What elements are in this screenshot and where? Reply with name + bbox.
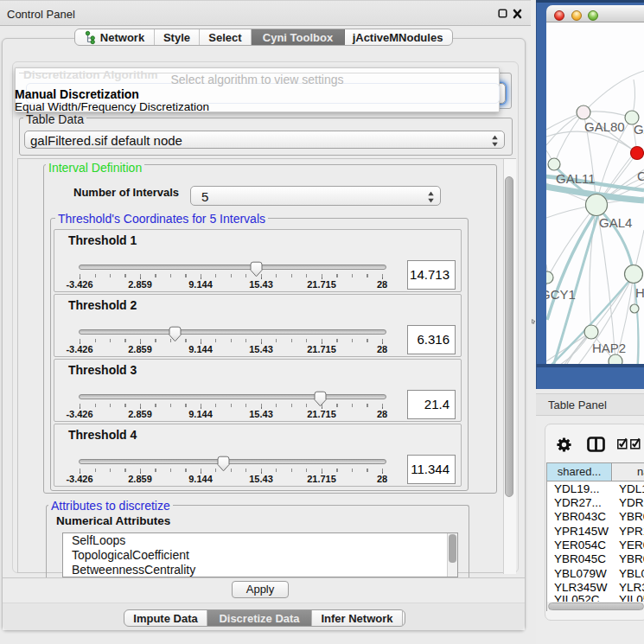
svg-text:HAP2: HAP2 bbox=[592, 341, 626, 355]
svg-text:GAL4: GAL4 bbox=[599, 215, 632, 230]
svg-text:GAL11: GAL11 bbox=[556, 171, 596, 186]
svg-text:GCY1: GCY1 bbox=[546, 287, 576, 302]
svg-text:GA: GA bbox=[634, 122, 644, 137]
svg-text:GAL80: GAL80 bbox=[584, 119, 625, 134]
svg-text:C: C bbox=[637, 169, 644, 183]
svg-text:H: H bbox=[635, 285, 644, 300]
